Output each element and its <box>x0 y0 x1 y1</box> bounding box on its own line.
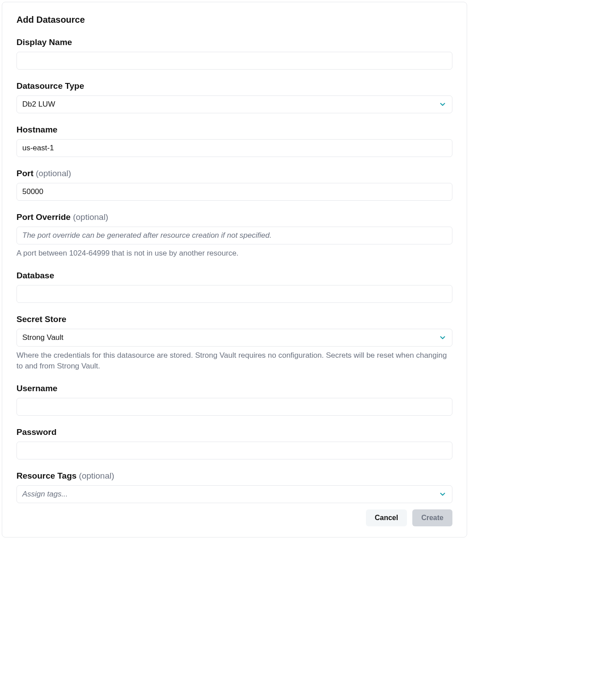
field-port-override: Port Override (optional) A port between … <box>16 212 452 259</box>
port-label-text: Port <box>16 169 36 178</box>
password-label: Password <box>16 427 452 437</box>
field-port: Port (optional) <box>16 169 452 201</box>
secret-store-select[interactable]: Strong Vault <box>16 329 452 347</box>
chevron-down-icon <box>439 334 447 342</box>
datasource-type-value: Db2 LUW <box>22 100 55 109</box>
field-password: Password <box>16 427 452 459</box>
field-secret-store: Secret Store Strong Vault Where the cred… <box>16 314 452 372</box>
port-override-input[interactable] <box>16 227 452 244</box>
chevron-down-icon <box>439 490 447 498</box>
database-input[interactable] <box>16 285 452 303</box>
field-resource-tags: Resource Tags (optional) Assign tags... <box>16 471 452 503</box>
datasource-type-select[interactable]: Db2 LUW <box>16 95 452 113</box>
resource-tags-label: Resource Tags (optional) <box>16 471 452 481</box>
display-name-input[interactable] <box>16 52 452 70</box>
port-override-optional-text: (optional) <box>73 212 108 222</box>
datasource-type-label: Datasource Type <box>16 81 452 91</box>
create-button[interactable]: Create <box>412 509 452 526</box>
hostname-label: Hostname <box>16 125 452 135</box>
database-label: Database <box>16 271 452 281</box>
secret-store-value: Strong Vault <box>22 333 63 342</box>
username-input[interactable] <box>16 398 452 416</box>
port-override-label: Port Override (optional) <box>16 212 452 222</box>
display-name-label: Display Name <box>16 37 452 47</box>
secret-store-label: Secret Store <box>16 314 452 324</box>
resource-tags-optional-text: (optional) <box>79 471 114 480</box>
port-override-helper: A port between 1024-64999 that is not in… <box>16 248 452 259</box>
field-username: Username <box>16 384 452 416</box>
port-input[interactable] <box>16 183 452 201</box>
form-title: Add Datasource <box>16 15 452 25</box>
username-label: Username <box>16 384 452 393</box>
field-database: Database <box>16 271 452 303</box>
field-hostname: Hostname <box>16 125 452 157</box>
form-actions: Cancel Create <box>16 509 452 526</box>
resource-tags-placeholder: Assign tags... <box>22 490 68 499</box>
secret-store-helper: Where the credentials for this datasourc… <box>16 350 452 372</box>
hostname-input[interactable] <box>16 139 452 157</box>
resource-tags-label-text: Resource Tags <box>16 471 79 480</box>
field-display-name: Display Name <box>16 37 452 70</box>
resource-tags-select[interactable]: Assign tags... <box>16 485 452 503</box>
port-optional-text: (optional) <box>36 169 71 178</box>
cancel-button[interactable]: Cancel <box>366 509 407 526</box>
port-override-label-text: Port Override <box>16 212 73 222</box>
field-datasource-type: Datasource Type Db2 LUW <box>16 81 452 113</box>
password-input[interactable] <box>16 442 452 459</box>
chevron-down-icon <box>439 100 447 108</box>
add-datasource-form: Add Datasource Display Name Datasource T… <box>2 2 467 537</box>
port-label: Port (optional) <box>16 169 452 178</box>
